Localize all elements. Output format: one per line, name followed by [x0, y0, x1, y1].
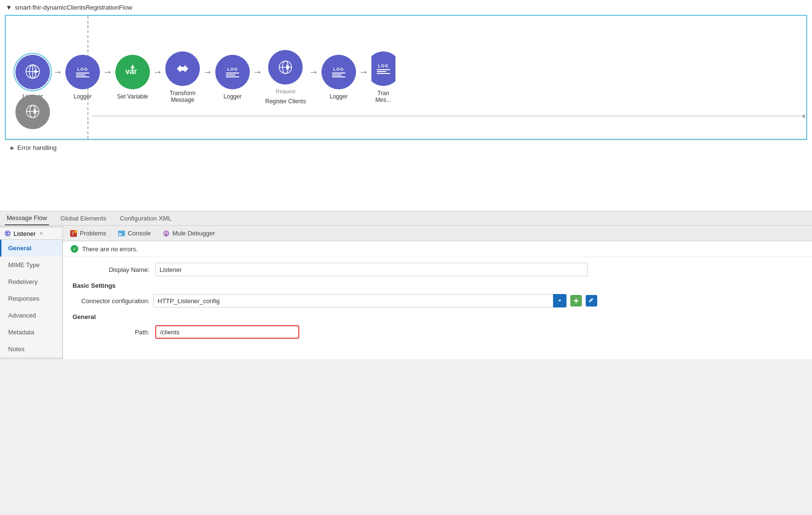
connector-input-wrap [153, 294, 566, 307]
svg-text:!: ! [72, 231, 74, 236]
listener-tab-label: Listener [13, 230, 36, 237]
globe-icon [24, 63, 41, 81]
arrow-5: → [250, 66, 265, 77]
listener-tab-close[interactable]: × [39, 230, 43, 237]
flow-node-logger2[interactable]: LOG Logger [215, 55, 250, 100]
logger2-circle: LOG [215, 55, 250, 89]
sidebar-nav: General MIME Type Redelivery Responses A… [0, 240, 62, 357]
log-icon-1: LOG [76, 67, 89, 77]
status-bar: ✓ There are no errors. [63, 241, 812, 257]
error-expand-triangle[interactable]: ▶ [11, 145, 14, 150]
flow-node-listener[interactable]: Listener [15, 55, 50, 100]
display-name-row: Display Name: [73, 263, 802, 276]
svg-text:var: var [125, 67, 137, 75]
tabs-bar: Message Flow Global Elements Configurati… [0, 211, 812, 226]
request-label: Register Clients [265, 98, 306, 105]
main-content: ✓ There are no errors. Display Name: Bas… [63, 241, 812, 359]
add-connector-button[interactable] [570, 295, 582, 307]
log-icon-2: LOG [226, 67, 239, 77]
flow-node-transform-cutoff[interactable]: LOG TranMes... [371, 51, 395, 103]
setvariable-label: Set Variable [117, 93, 148, 100]
path-input[interactable] [155, 325, 299, 339]
sidebar-item-notes[interactable]: Notes [0, 341, 62, 357]
sidebar-item-redelivery[interactable]: Redelivery [0, 273, 62, 290]
listener-panel-tab[interactable]: Listener × [0, 228, 62, 240]
logger1-label: Logger [74, 93, 91, 100]
svg-marker-4 [35, 70, 38, 74]
flow-container: Listener → LOG Logger → [5, 15, 807, 140]
bottom-tabs-row: ! Problems ▶_ Console Mule Debugger [63, 226, 812, 241]
svg-marker-6 [131, 64, 135, 68]
error-globe-icon [24, 103, 41, 121]
request-circle [268, 50, 303, 85]
flow-node-error-listener[interactable] [15, 95, 50, 129]
flow-node-setvariable[interactable]: var Set Variable [115, 55, 150, 100]
problems-icon: ! [70, 230, 77, 237]
path-label: Path: [73, 329, 149, 336]
log-icon-3: LOG [332, 67, 345, 77]
tab-console[interactable]: ▶_ Console [116, 226, 153, 241]
error-listener-circle [15, 95, 50, 129]
sidebar-item-advanced[interactable]: Advanced [0, 307, 62, 324]
flow-node-logger1[interactable]: LOG Logger [65, 55, 100, 100]
edit-connector-button[interactable] [586, 295, 597, 307]
var-icon: var [124, 62, 141, 82]
flow-title: ▼ smart-fhir-dynamicClientsRegistrationF… [0, 0, 812, 15]
logger2-label: Logger [223, 93, 241, 100]
svg-marker-28 [558, 300, 561, 302]
mule-debugger-label: Mule Debugger [172, 230, 215, 237]
connector-config-label: Connector configuration: [73, 297, 149, 305]
flow-node-transform1[interactable]: TransformMessage [165, 51, 200, 103]
flow-collapse-triangle[interactable]: ▼ [6, 4, 12, 11]
arrow-6: → [306, 66, 321, 77]
error-handling-bar[interactable]: ▶ Error handling [5, 140, 807, 155]
bottom-section: Listener × General MIME Type Redelivery … [0, 226, 812, 359]
sidebar-item-general[interactable]: General [0, 240, 62, 257]
form-area: Display Name: Basic Settings Connector c… [63, 257, 812, 350]
logger3-label: Logger [330, 93, 347, 100]
arrow-4: → [200, 66, 215, 77]
problems-label: Problems [80, 230, 106, 237]
sidebar-item-responses[interactable]: Responses [0, 290, 62, 307]
sidebar-item-metadata[interactable]: Metadata [0, 324, 62, 341]
connector-dropdown-btn[interactable] [553, 294, 566, 307]
arrow-1: → [50, 66, 65, 77]
tab-message-flow[interactable]: Message Flow [5, 211, 49, 225]
connector-config-input[interactable] [153, 294, 566, 307]
transform-icon [174, 60, 191, 77]
arrow-2: → [100, 66, 115, 77]
logger1-circle: LOG [65, 55, 100, 89]
status-ok-icon: ✓ [71, 245, 78, 253]
console-icon: ▶_ [118, 230, 125, 237]
console-label: Console [128, 230, 151, 237]
debugger-icon [162, 230, 170, 237]
general-section-title: General [73, 313, 802, 320]
tab-mule-debugger[interactable]: Mule Debugger [160, 226, 217, 241]
tab-global-elements[interactable]: Global Elements [59, 211, 108, 225]
display-name-input[interactable] [155, 263, 588, 276]
transform1-label: TransformMessage [170, 90, 196, 103]
transform-cutoff-circle: LOG [371, 51, 395, 86]
tab-problems[interactable]: ! Problems [68, 226, 108, 241]
listener-tab-icon [4, 230, 12, 237]
flow-node-logger3[interactable]: LOG Logger [321, 55, 356, 100]
arrow-3: → [150, 66, 165, 77]
arrow-7: → [356, 66, 371, 77]
log-icon-cutoff: LOG [377, 63, 390, 74]
flow-name: smart-fhir-dynamicClientsRegistrationFlo… [15, 4, 132, 11]
request-sublabel: Request [276, 88, 295, 94]
canvas-area: ▼ smart-fhir-dynamicClientsRegistrationF… [0, 0, 812, 211]
sidebar-item-mime-type[interactable]: MIME Type [0, 257, 62, 273]
error-handling-label: Error handling [17, 144, 57, 151]
display-name-label: Display Name: [73, 266, 149, 273]
request-globe-icon [277, 59, 294, 76]
tab-configuration-xml[interactable]: Configuration XML [118, 211, 173, 225]
setvariable-circle: var [115, 55, 150, 89]
basic-settings-title: Basic Settings [73, 282, 802, 289]
svg-point-24 [74, 230, 77, 233]
status-text: There are no errors. [82, 245, 138, 253]
flow-node-request[interactable]: Request Register Clients [265, 50, 306, 105]
path-row: Path: [73, 325, 802, 339]
svg-text:▶_: ▶_ [119, 232, 124, 236]
connector-config-row: Connector configuration: [73, 294, 802, 307]
